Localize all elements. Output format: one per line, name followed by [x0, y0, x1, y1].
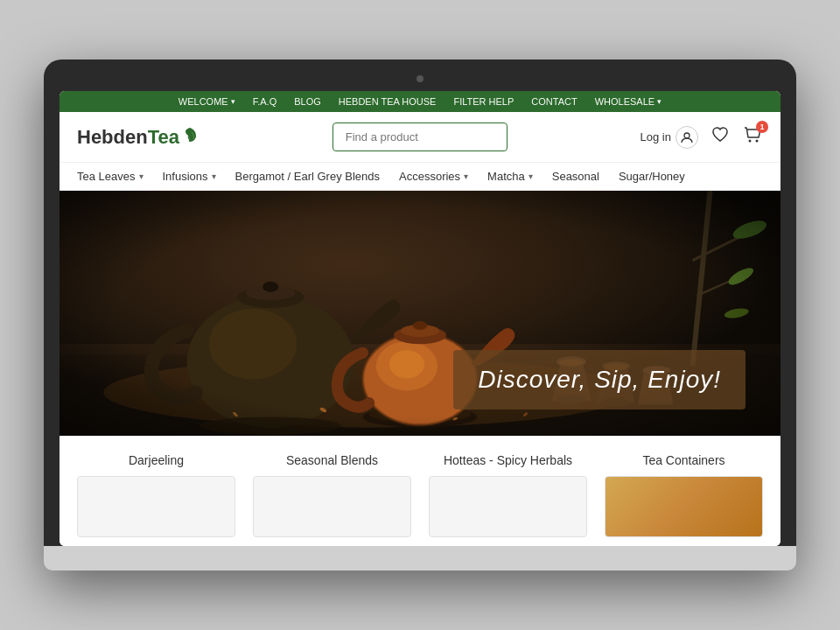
topbar-blog[interactable]: BLOG — [294, 96, 321, 107]
login-button[interactable]: Log in — [640, 126, 698, 149]
top-bar: WELCOME ▾ F.A.Q BLOG HEBDEN TEA HOUSE FI… — [60, 91, 780, 112]
leaf-icon — [180, 125, 200, 150]
hero-banner: Discover, Sip, Enjoy! — [60, 191, 780, 436]
chevron-down-icon: ▾ — [231, 97, 235, 106]
svg-point-2 — [755, 139, 758, 142]
nav-tea-leaves[interactable]: Tea Leaves ▾ — [77, 170, 144, 183]
featured-darjeeling-title: Darjeeling — [77, 453, 235, 467]
featured-hotteas-image — [429, 476, 587, 537]
search-input[interactable] — [332, 122, 508, 151]
chevron-down-icon: ▾ — [528, 172, 533, 181]
logo[interactable]: Hebden Tea — [77, 125, 200, 150]
hero-tagline: Discover, Sip, Enjoy! — [478, 366, 721, 394]
header: Hebden Tea Log in — [60, 112, 780, 163]
featured-darjeeling[interactable]: Darjeeling — [77, 453, 235, 537]
laptop-camera — [416, 75, 424, 82]
nav-sugar-honey[interactable]: Sugar/Honey — [619, 170, 685, 183]
nav-matcha[interactable]: Matcha ▾ — [487, 170, 533, 183]
featured-darjeeling-image — [77, 476, 235, 537]
nav-accessories[interactable]: Accessories ▾ — [399, 170, 468, 183]
featured-tea-containers[interactable]: Tea Containers — [605, 453, 763, 537]
topbar-faq[interactable]: F.A.Q — [253, 96, 277, 107]
topbar-contact[interactable]: CONTACT — [531, 96, 577, 107]
user-icon — [676, 126, 698, 149]
laptop-base — [44, 546, 796, 570]
wishlist-button[interactable] — [710, 125, 730, 149]
laptop-frame: WELCOME ▾ F.A.Q BLOG HEBDEN TEA HOUSE FI… — [44, 60, 796, 570]
hero-background: Discover, Sip, Enjoy! — [60, 191, 780, 436]
featured-seasonal-blends-title: Seasonal Blends — [253, 453, 411, 467]
featured-hotteas-title: Hotteas - Spicy Herbals — [429, 453, 587, 467]
topbar-hebden-tea-house[interactable]: HEBDEN TEA HOUSE — [339, 96, 437, 107]
cart-count-badge: 1 — [756, 121, 768, 133]
nav-infusions[interactable]: Infusions ▾ — [163, 170, 216, 183]
svg-point-1 — [748, 139, 751, 142]
chevron-down-icon: ▾ — [657, 97, 662, 106]
topbar-wholesale[interactable]: WHOLESALE ▾ — [595, 96, 662, 107]
hero-tagline-box: Discover, Sip, Enjoy! — [453, 350, 746, 410]
header-actions: Log in — [640, 125, 763, 150]
featured-seasonal-blends-image — [253, 476, 411, 537]
logo-tea: Tea — [148, 126, 179, 149]
nav-bergamot[interactable]: Bergamot / Earl Grey Blends — [235, 170, 380, 183]
main-nav: Tea Leaves ▾ Infusions ▾ Bergamot / Earl… — [60, 163, 780, 191]
featured-grid: Darjeeling Seasonal Blends Hotteas - Spi… — [77, 453, 763, 537]
logo-hebden: Hebden — [77, 126, 148, 149]
featured-hotteas[interactable]: Hotteas - Spicy Herbals — [429, 453, 587, 537]
cart-button[interactable]: 1 — [742, 125, 763, 150]
nav-seasonal[interactable]: Seasonal — [552, 170, 599, 183]
chevron-down-icon: ▾ — [464, 172, 468, 181]
featured-section: Darjeeling Seasonal Blends Hotteas - Spi… — [60, 436, 780, 546]
topbar-filter-help[interactable]: FILTER HELP — [453, 96, 514, 107]
chevron-down-icon: ▾ — [212, 172, 216, 181]
laptop-screen: WELCOME ▾ F.A.Q BLOG HEBDEN TEA HOUSE FI… — [60, 91, 780, 546]
featured-tea-containers-title: Tea Containers — [605, 453, 763, 467]
topbar-welcome[interactable]: WELCOME ▾ — [178, 96, 235, 107]
svg-point-0 — [684, 133, 690, 138]
featured-seasonal-blends[interactable]: Seasonal Blends — [253, 453, 411, 537]
featured-tea-containers-image — [605, 476, 763, 537]
chevron-down-icon: ▾ — [139, 172, 144, 181]
